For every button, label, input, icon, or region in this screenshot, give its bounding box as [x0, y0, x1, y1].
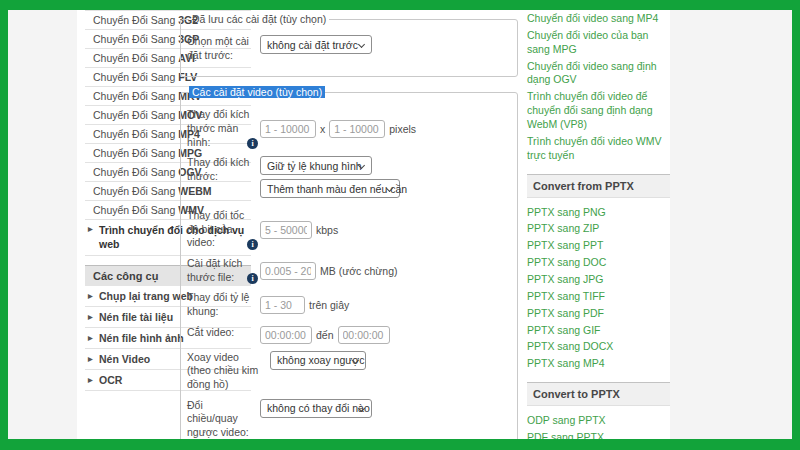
mirror-value: không có thay đổi nào	[267, 402, 370, 414]
tool-label: Nén file tài liệu	[99, 311, 173, 323]
related-link-mp4[interactable]: Chuyển đổi video sang MP4	[527, 12, 670, 26]
rotate-label: Xoay video (theo chiều kim đồng hồ)	[187, 351, 270, 392]
convert-to-pptx-section: Convert to PPTX ODP sang PPTX PDF sang P…	[527, 382, 670, 439]
filesize-input[interactable]	[260, 262, 316, 280]
filesize-label: Cài đặt kích thước file:i	[187, 257, 260, 284]
pptx-link[interactable]: PPTX sang DOC	[527, 256, 670, 270]
cut-video-label: Cắt video:	[187, 326, 260, 344]
triangle-right-icon: ▶	[88, 355, 93, 362]
preset-select[interactable]: không cài đặt trước	[260, 35, 372, 54]
mirror-label: Đổi chiều/quay ngược video:	[187, 399, 260, 439]
per-second-unit: trên giây	[309, 299, 349, 311]
green-frame-right	[792, 0, 800, 450]
resize-label: Thay đổi kích thước:	[187, 156, 260, 202]
convert-prefix: Chuyển Đổi Sang	[93, 14, 175, 26]
convert-prefix: Chuyển Đổi Sang	[93, 128, 175, 140]
aspect-ratio-value: Giữ tỷ lệ khung hình	[267, 160, 362, 172]
info-icon[interactable]: i	[247, 239, 258, 250]
settings-form: Đã lưu các cài đặt (tùy chọn) Chọn một c…	[180, 13, 518, 439]
convert-prefix: Chuyển Đổi Sang	[93, 90, 175, 102]
related-link-wmv[interactable]: Trình chuyển đổi video WMV trực tuyến	[527, 135, 670, 163]
convert-prefix: Chuyển Đổi Sang	[93, 52, 175, 64]
chevron-down-icon	[358, 41, 365, 48]
pptx-link[interactable]: PPTX sang GIF	[527, 324, 670, 338]
tool-label: Nén file hình ảnh	[99, 332, 184, 344]
triangle-right-icon: ▶	[88, 292, 93, 299]
triangle-right-icon: ▶	[88, 334, 93, 341]
black-bars-select[interactable]: Thêm thanh màu đen nếu cần	[260, 179, 400, 198]
kbps-unit: kbps	[316, 224, 338, 236]
screen-size-label: Thay đổi kích thước màn hình:i	[187, 108, 260, 149]
framerate-label: Thay đổi tỷ lệ khung:	[187, 291, 260, 318]
triangle-right-icon: ▶	[88, 226, 93, 234]
video-settings-fieldset: Các cài đặt video (tùy chọn) Thay đổi kí…	[180, 86, 518, 439]
pptx-link[interactable]: PPTX sang PNG	[527, 206, 670, 220]
mb-unit: MB (ước chừng)	[320, 265, 398, 277]
pixels-unit: pixels	[389, 123, 416, 135]
preset-select-value: không cài đặt trước	[267, 39, 358, 51]
convert-prefix: Chuyển Đổi Sang	[93, 109, 175, 121]
related-link-mpg[interactable]: Chuyển đổi video của bạn sang MPG	[527, 29, 670, 57]
convert-prefix: Chuyển Đổi Sang	[93, 33, 175, 45]
convert-prefix: Chuyển Đổi Sang	[93, 147, 175, 159]
convert-prefix: Chuyển Đổi Sang	[93, 166, 175, 178]
green-frame-bottom	[0, 439, 800, 450]
convert-prefix: Chuyển Đổi Sang	[93, 204, 175, 216]
info-icon[interactable]: i	[247, 273, 258, 284]
green-frame-left	[0, 0, 8, 450]
screen-height-input[interactable]	[329, 120, 385, 138]
times-separator: x	[320, 123, 325, 135]
pptx-link[interactable]: PPTX sang JPG	[527, 273, 670, 287]
convert-to-pptx-header: Convert to PPTX	[527, 383, 670, 406]
green-frame-top	[0, 0, 800, 10]
tool-label: OCR	[99, 374, 122, 386]
saved-presets-fieldset: Đã lưu các cài đặt (tùy chọn) Chọn một c…	[180, 13, 518, 77]
triangle-right-icon: ▶	[88, 376, 93, 383]
pptx-link[interactable]: PPTX sang PPT	[527, 239, 670, 253]
right-sidebar: Chuyển đổi video sang MP4 Chuyển đổi vid…	[527, 12, 670, 439]
pptx-link[interactable]: PPTX sang PDF	[527, 307, 670, 321]
framerate-input[interactable]	[260, 296, 305, 314]
convert-from-pptx-section: Convert from PPTX PPTX sang PNG PPTX san…	[527, 174, 670, 372]
pptx-link[interactable]: PPTX sang TIFF	[527, 290, 670, 304]
convert-prefix: Chuyển Đổi Sang	[93, 71, 175, 83]
screen-width-input[interactable]	[260, 120, 316, 138]
aspect-ratio-select[interactable]: Giữ tỷ lệ khung hình	[260, 156, 372, 175]
convert-from-pptx-header: Convert from PPTX	[527, 175, 670, 198]
pptx-link[interactable]: ODP sang PPTX	[527, 414, 670, 428]
pptx-link[interactable]: PDF sang PPTX	[527, 431, 670, 439]
cut-from-input[interactable]	[260, 326, 312, 344]
saved-presets-legend: Đã lưu các cài đặt (tùy chọn)	[189, 13, 329, 25]
tool-label: Nén Video	[99, 353, 150, 365]
bitrate-input[interactable]	[260, 221, 312, 239]
convert-prefix: Chuyển Đổi Sang	[93, 185, 175, 197]
video-settings-legend: Các cài đặt video (tùy chọn)	[189, 86, 325, 98]
bitrate-label: Thay đổi tốc độ bit của video:i	[187, 209, 260, 250]
pptx-link[interactable]: PPTX sang DOCX	[527, 340, 670, 354]
to-word: đến	[316, 329, 334, 341]
page-content: Chuyển Đổi Sang 3G2 Chuyển Đổi Sang 3GP …	[77, 10, 670, 439]
pptx-link[interactable]: PPTX sang ZIP	[527, 222, 670, 236]
tool-label: Chụp lại trang web	[99, 290, 193, 302]
preset-label: Chọn một cài đặt trước:	[187, 35, 260, 62]
rotate-select[interactable]: không xoay ngược	[270, 351, 366, 370]
related-link-ogv[interactable]: Chuyển đổi video sang định dạng OGV	[527, 60, 670, 88]
pptx-link[interactable]: PPTX sang MP4	[527, 357, 670, 371]
mirror-select[interactable]: không có thay đổi nào	[260, 399, 372, 418]
info-icon[interactable]: i	[247, 138, 258, 149]
cut-to-input[interactable]	[338, 326, 390, 344]
related-link-webm[interactable]: Trình chuyển đổi video để chuyển đổi san…	[527, 90, 670, 132]
triangle-right-icon: ▶	[88, 313, 93, 320]
